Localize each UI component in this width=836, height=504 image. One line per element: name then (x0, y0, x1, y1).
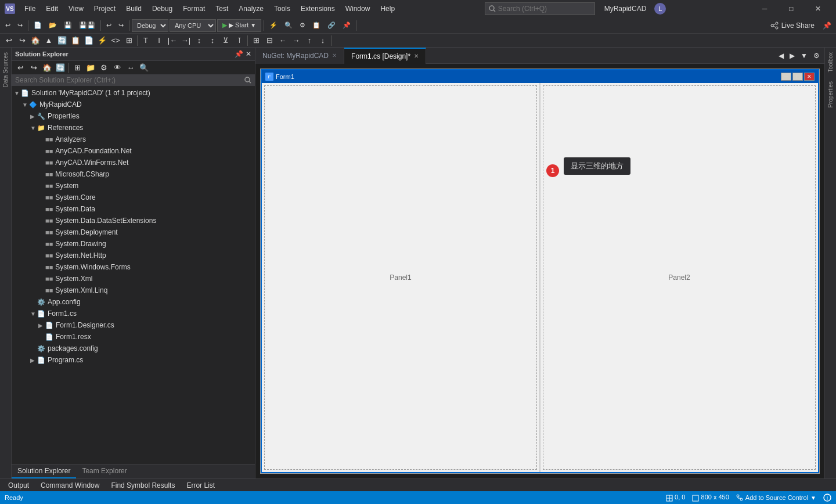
menu-extensions[interactable]: Extensions (296, 2, 340, 15)
tree-item-11[interactable]: ■■System.Data.DataSetExtensions (12, 215, 255, 226)
tree-item-23[interactable]: ▶📄Program.cs (12, 354, 255, 366)
tree-arrow[interactable]: ▼ (14, 90, 21, 96)
tb2-btn21[interactable]: ← (276, 34, 289, 47)
run-dropdown-icon[interactable]: ▼ (250, 22, 256, 28)
tb2-btn11[interactable]: T (139, 34, 152, 47)
tb2-btn4[interactable]: ▲ (42, 34, 55, 47)
toolbar-back[interactable]: ↩ (2, 19, 13, 32)
tree-item-12[interactable]: ■■System.Deployment (12, 226, 255, 238)
find-symbol-tab[interactable]: Find Symbol Results (105, 479, 181, 492)
toolbar-btn2[interactable]: 🔍 (282, 19, 296, 32)
form-maximize-btn[interactable]: □ (792, 73, 803, 81)
tree-item-9[interactable]: ■■System.Core (12, 192, 255, 203)
tb2-btn1[interactable]: ↩ (2, 34, 15, 47)
tab-settings[interactable]: ⚙ (811, 51, 822, 61)
live-share-button[interactable]: Live Share (765, 21, 819, 30)
toolbar-redo[interactable]: ↪ (116, 19, 127, 32)
maximize-button[interactable]: □ (778, 0, 805, 17)
se-tb-sync[interactable]: ↔ (124, 62, 137, 74)
tb2-btn6[interactable]: 📋 (69, 34, 82, 47)
menu-debug[interactable]: Debug (147, 2, 177, 15)
form-close-btn[interactable]: ✕ (804, 73, 815, 81)
tab-form1-close[interactable]: ✕ (414, 53, 419, 59)
form-window[interactable]: F Form1 ─ □ ✕ 1 显示三维的地方 Panel1 (261, 69, 819, 473)
tb2-btn22[interactable]: → (290, 34, 302, 47)
tb2-btn10[interactable]: ⊞ (122, 34, 135, 47)
error-list-tab[interactable]: Error List (181, 479, 221, 492)
tree-item-16[interactable]: ■■System.Xml (12, 273, 255, 285)
toolbar-btn4[interactable]: 📋 (309, 19, 323, 32)
toolbar-save[interactable]: 💾 (61, 19, 75, 32)
tb2-btn16[interactable]: ↕ (206, 34, 219, 47)
tree-item-15[interactable]: ■■System.Windows.Forms (12, 261, 255, 273)
tb2-btn19[interactable]: ⊞ (250, 34, 262, 47)
toolbar-pin[interactable]: 📌 (820, 21, 834, 30)
tree-arrow[interactable]: ▼ (22, 102, 29, 108)
properties-tab[interactable]: Properties (826, 77, 835, 113)
tree-item-21[interactable]: 📄Form1.resx (12, 331, 255, 343)
tab-nuget-close[interactable]: ✕ (332, 52, 337, 59)
tree-item-6[interactable]: ■■AnyCAD.WinForms.Net (12, 157, 255, 168)
se-tb-collapse[interactable]: 📁 (84, 62, 97, 74)
tree-item-1[interactable]: ▼🔷MyRapidCAD (12, 99, 255, 110)
tree-item-3[interactable]: ▼📁References (12, 122, 255, 134)
debug-config-select[interactable]: Debug (132, 19, 168, 32)
tree-item-8[interactable]: ■■System (12, 180, 255, 192)
toolbar-open[interactable]: 📂 (46, 19, 60, 32)
tb2-btn17[interactable]: ⊻ (219, 34, 232, 47)
source-control-button[interactable]: Add to Source Control ▼ (736, 494, 816, 501)
command-window-tab[interactable]: Command Window (35, 479, 105, 492)
tree-item-14[interactable]: ■■System.Net.Http (12, 250, 255, 261)
tree-item-18[interactable]: ⚙️App.config (12, 296, 255, 308)
tab-scroll-left[interactable]: ◀ (776, 51, 786, 61)
tree-item-19[interactable]: ▼📄Form1.cs (12, 308, 255, 319)
toolbar-fwd[interactable]: ↪ (15, 19, 26, 32)
tb2-btn14[interactable]: →| (179, 34, 192, 47)
tb2-btn12[interactable]: I (153, 34, 165, 47)
menu-edit[interactable]: Edit (41, 2, 63, 15)
se-tb-show-all[interactable]: ⊞ (71, 62, 84, 74)
tree-item-5[interactable]: ■■AnyCAD.Foundation.Net (12, 145, 255, 157)
form-minimize-btn[interactable]: ─ (781, 73, 791, 81)
toolbar-new[interactable]: 📄 (31, 19, 45, 32)
menu-analyze[interactable]: Analyze (234, 2, 268, 15)
toolbar-btn5[interactable]: 🔗 (325, 19, 338, 32)
se-auto-hide[interactable]: 📌 (235, 50, 243, 58)
menu-help[interactable]: Help (376, 2, 399, 15)
se-tb-properties[interactable]: ⚙ (98, 62, 110, 74)
tb2-btn20[interactable]: ⊟ (263, 34, 276, 47)
se-tb-preview[interactable]: 👁 (111, 62, 124, 74)
tree-arrow[interactable]: ▶ (30, 113, 37, 120)
toolbar-btn3[interactable]: ⚙ (297, 19, 308, 32)
tree-item-7[interactable]: ■■Microsoft.CSharp (12, 168, 255, 180)
tb2-btn9[interactable]: <> (109, 34, 122, 47)
tab-form1-design[interactable]: Form1.cs [Design]* ✕ (344, 48, 426, 64)
toolbar-save-all[interactable]: 💾💾 (76, 19, 98, 32)
output-tab[interactable]: Output (2, 479, 35, 492)
tree-item-22[interactable]: ⚙️packages.config (12, 343, 255, 354)
menu-project[interactable]: Project (89, 2, 120, 15)
tree-item-2[interactable]: ▶🔧Properties (12, 110, 255, 122)
platform-select[interactable]: Any CPU (170, 19, 216, 32)
tree-arrow[interactable]: ▶ (38, 322, 45, 329)
menu-format[interactable]: Format (178, 2, 210, 15)
tree-item-20[interactable]: ▶📄Form1.Designer.cs (12, 319, 255, 331)
source-control-dropdown[interactable]: ▼ (810, 495, 816, 501)
menu-build[interactable]: Build (121, 2, 146, 15)
close-button[interactable]: ✕ (805, 0, 831, 17)
minimize-button[interactable]: ─ (751, 0, 778, 17)
toolbar-btn1[interactable]: ⚡ (266, 19, 280, 32)
notification-icon[interactable]: ! (823, 494, 831, 502)
se-tb-home[interactable]: 🏠 (41, 62, 53, 74)
tree-item-10[interactable]: ■■System.Data (12, 203, 255, 215)
tb2-btn15[interactable]: ↕ (193, 34, 206, 47)
se-pin-button[interactable]: 📌 ✕ (235, 50, 251, 58)
search-input[interactable] (498, 5, 591, 13)
tree-item-0[interactable]: ▼📄Solution 'MyRapidCAD' (1 of 1 project) (12, 87, 255, 99)
tree-item-4[interactable]: ■■Analyzers (12, 134, 255, 145)
se-tb-fwd[interactable]: ↪ (27, 62, 40, 74)
se-tb-filter[interactable]: 🔍 (138, 62, 150, 74)
se-tb-refresh[interactable]: 🔄 (54, 62, 67, 74)
menu-tools[interactable]: Tools (269, 2, 295, 15)
tb2-btn5[interactable]: 🔄 (56, 34, 69, 47)
